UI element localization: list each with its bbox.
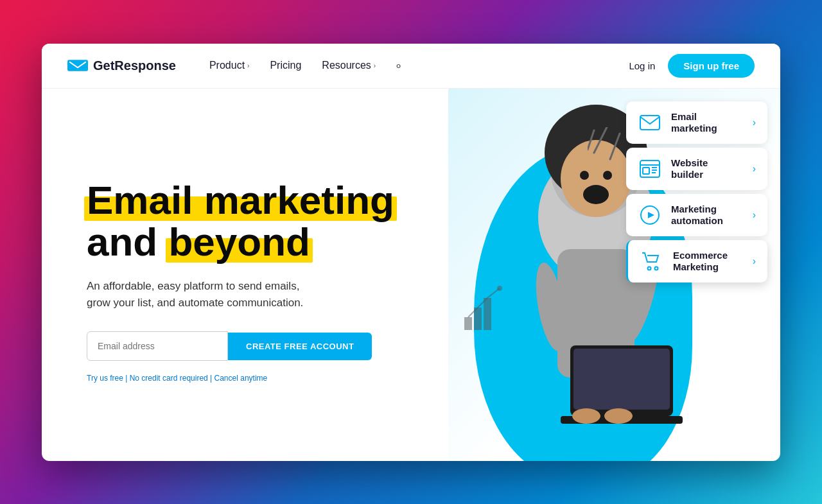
hero-left: Email marketing and beyond An affordable…	[42, 89, 448, 461]
subtext-line2: grow your list, and automate communicati…	[87, 297, 303, 309]
svg-rect-0	[67, 60, 88, 71]
resources-chevron-icon: ›	[374, 62, 376, 69]
svg-rect-24	[640, 116, 660, 130]
feature-card-ecommerce[interactable]: Ecommerce Marketing ›	[626, 240, 767, 282]
svg-point-15	[572, 408, 600, 424]
chart-icon	[464, 285, 503, 330]
svg-rect-17	[464, 317, 472, 330]
chart-decoration	[464, 285, 503, 333]
svg-rect-13	[573, 349, 670, 410]
pricing-label: Pricing	[270, 60, 301, 71]
feature-card-website[interactable]: Website builder ›	[626, 148, 767, 190]
headline-line1-text: Email marketing	[87, 178, 394, 222]
trial-text: Try us free | No credit card required | …	[87, 374, 423, 383]
logo[interactable]: GetResponse	[67, 58, 176, 73]
hero-subtext: An affordable, easy platform to send ema…	[87, 278, 382, 311]
subtext-line1: An affordable, easy platform to send ema…	[87, 280, 299, 292]
ecommerce-marketing-text: Ecommerce Marketing	[673, 250, 728, 273]
svg-marker-32	[648, 212, 654, 218]
svg-point-34	[655, 266, 658, 270]
svg-point-20	[497, 286, 502, 291]
headline-line2: and beyond	[87, 221, 423, 263]
svg-point-33	[648, 266, 651, 270]
svg-line-21	[594, 127, 607, 153]
cta-row: CREATE FREE ACCOUNT	[87, 331, 423, 361]
product-label: Product	[209, 60, 245, 71]
nav-item-product[interactable]: Product ›	[202, 55, 257, 76]
email-card-arrow-icon: ›	[753, 117, 756, 128]
feature-card-email[interactable]: Email marketing ›	[626, 101, 767, 144]
product-chevron-icon: ›	[247, 62, 249, 69]
deco-lines	[588, 127, 626, 181]
svg-line-22	[610, 134, 620, 159]
resources-label: Resources	[322, 60, 371, 71]
feature-card-automation[interactable]: Marketing automation ›	[626, 194, 767, 236]
headline-line1: Email marketing	[87, 179, 423, 221]
main-content: Email marketing and beyond An affordable…	[42, 89, 780, 461]
create-account-button[interactable]: CREATE FREE ACCOUNT	[228, 333, 372, 360]
svg-rect-19	[484, 298, 491, 330]
email-marketing-icon	[638, 110, 662, 135]
svg-rect-27	[643, 168, 649, 174]
feature-cards: Email marketing ›	[626, 101, 767, 282]
svg-line-23	[588, 130, 594, 150]
deco-lines-svg	[588, 127, 626, 178]
signup-button[interactable]: Sign up free	[668, 54, 755, 78]
automation-card-arrow-icon: ›	[753, 209, 756, 221]
logo-text: GetResponse	[93, 58, 176, 73]
hero-right: Email marketing ›	[448, 89, 781, 461]
navbar: GetResponse Product › Pricing Resources …	[42, 44, 780, 89]
nav-item-pricing[interactable]: Pricing	[262, 55, 309, 76]
svg-point-5	[583, 185, 609, 204]
email-input[interactable]	[87, 331, 228, 361]
beyond-text: beyond	[168, 220, 310, 264]
headline: Email marketing and beyond	[87, 179, 423, 263]
search-icon[interactable]: ⚬	[394, 59, 407, 72]
website-builder-icon	[638, 157, 662, 181]
and-text: and	[87, 220, 168, 264]
email-marketing-text: Email marketing	[671, 111, 717, 134]
logo-icon	[67, 58, 88, 73]
nav-items: Product › Pricing Resources › ⚬	[202, 55, 629, 76]
marketing-automation-icon	[638, 203, 662, 227]
website-card-arrow-icon: ›	[753, 163, 756, 175]
login-link[interactable]: Log in	[629, 60, 655, 71]
browser-window: GetResponse Product › Pricing Resources …	[42, 44, 780, 461]
website-builder-text: Website builder	[671, 157, 708, 180]
ecommerce-marketing-icon	[640, 249, 664, 274]
ecommerce-card-arrow-icon: ›	[753, 256, 756, 267]
nav-right: Log in Sign up free	[629, 54, 755, 78]
nav-item-resources[interactable]: Resources ›	[314, 55, 383, 76]
svg-point-16	[604, 408, 633, 424]
marketing-automation-text: Marketing automation	[671, 204, 723, 227]
